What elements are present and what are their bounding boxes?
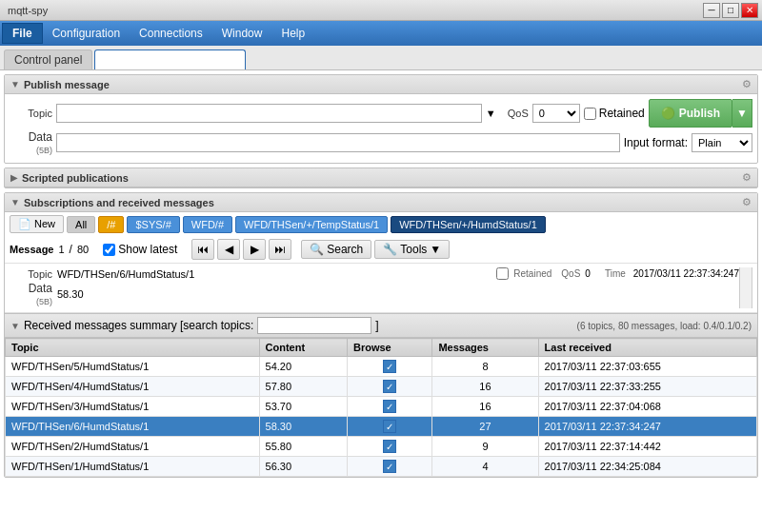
tab-new[interactable]: 📄 New bbox=[10, 215, 64, 233]
search-button[interactable]: 🔍 Search bbox=[301, 240, 371, 259]
col-topic: Topic bbox=[6, 339, 260, 357]
detail-data-value: 58.30 bbox=[57, 288, 739, 300]
table-row[interactable]: WFD/THSen/4/HumdStatus/157.80✓162017/03/… bbox=[6, 377, 757, 397]
topic-label: Topic bbox=[10, 108, 52, 119]
detail-retained-label: Retained bbox=[513, 268, 551, 279]
tab-hash[interactable]: /# bbox=[98, 216, 124, 233]
topic-tabs-bar: 📄 New All /# $SYS/# WFD/# WFD/THSen/+/Te… bbox=[5, 212, 757, 236]
detail-qos-label: QoS bbox=[561, 268, 580, 279]
collapse-arrow-scripted: ▶ bbox=[10, 172, 18, 183]
summary-info: (6 topics, 80 messages, load: 0.4/0.1/0.… bbox=[577, 321, 752, 331]
nav-next-button[interactable]: ▶ bbox=[243, 239, 266, 260]
cell-messages: 27 bbox=[432, 417, 538, 437]
col-messages: Messages bbox=[432, 339, 538, 357]
publish-message-header[interactable]: ▼ Publish message ⚙ bbox=[5, 75, 757, 94]
detail-qos-value: 0 bbox=[585, 268, 591, 279]
menu-help[interactable]: Help bbox=[271, 24, 314, 43]
menu-configuration[interactable]: Configuration bbox=[43, 24, 130, 43]
scripted-header[interactable]: ▶ Scripted publications ⚙ bbox=[5, 168, 757, 187]
data-label-pub: Data (5B) bbox=[10, 130, 52, 155]
message-detail: Topic WFD/THSen/6/HumdStatus/1 Retained … bbox=[5, 264, 757, 313]
data-input[interactable] bbox=[56, 133, 620, 152]
publish-message-section: ▼ Publish message ⚙ Topic ▼ QoS 0 1 2 Re… bbox=[4, 74, 758, 164]
message-number: 1 bbox=[58, 244, 64, 255]
browse-checkbox[interactable]: ✓ bbox=[383, 400, 396, 413]
table-row[interactable]: WFD/THSen/1/HumdStatus/156.30✓42017/03/1… bbox=[6, 457, 757, 477]
summary-search-input[interactable] bbox=[257, 317, 371, 334]
menu-connections[interactable]: Connections bbox=[130, 24, 212, 43]
minimize-button[interactable]: ─ bbox=[703, 3, 720, 18]
publish-button[interactable]: 🟢 Publish bbox=[649, 99, 732, 128]
retained-checkbox[interactable] bbox=[584, 108, 596, 120]
title-bar: mqtt-spy ─ □ ✕ bbox=[0, 0, 762, 21]
tab-wfd-temp[interactable]: WFD/THSen/+/TempStatus/1 bbox=[235, 216, 388, 233]
browse-checkbox[interactable]: ✓ bbox=[383, 420, 396, 433]
summary-table-body: WFD/THSen/5/HumdStatus/154.20✓82017/03/1… bbox=[6, 357, 757, 477]
topic-input[interactable] bbox=[56, 104, 482, 123]
binoculars-icon: 🔍 bbox=[310, 243, 324, 256]
nav-prev-button[interactable]: ◀ bbox=[217, 239, 240, 260]
settings-icon-scripted: ⚙ bbox=[742, 171, 752, 184]
cell-last-received: 2017/03/11 22:37:34:247 bbox=[538, 417, 756, 437]
subscriptions-header[interactable]: ▼ Subscriptions and received messages ⚙ bbox=[5, 193, 757, 212]
cell-topic: WFD/THSen/1/HumdStatus/1 bbox=[6, 457, 260, 477]
tab-control-panel[interactable]: Control panel bbox=[4, 49, 92, 69]
summary-header: ▼ Received messages summary [search topi… bbox=[5, 314, 757, 338]
topic-dropdown-btn[interactable]: ▼ bbox=[486, 108, 496, 119]
publish-message-body: Topic ▼ QoS 0 1 2 Retained 🟢 Publish bbox=[5, 94, 757, 163]
app-title: mqtt-spy bbox=[8, 5, 48, 16]
cell-last-received: 2017/03/11 22:34:25:084 bbox=[538, 457, 756, 477]
maximize-button[interactable]: □ bbox=[722, 3, 739, 18]
menu-file[interactable]: File bbox=[2, 23, 43, 44]
menu-window[interactable]: Window bbox=[212, 24, 272, 43]
cell-last-received: 2017/03/11 22:37:04:068 bbox=[538, 397, 756, 417]
tab-wfd[interactable]: WFD/# bbox=[183, 216, 232, 233]
message-label: Message bbox=[10, 244, 53, 255]
table-row[interactable]: WFD/THSen/6/HumdStatus/158.30✓272017/03/… bbox=[6, 417, 757, 437]
qos-label: QoS bbox=[500, 108, 529, 119]
msg-scrollbar[interactable] bbox=[739, 267, 752, 308]
tools-button[interactable]: 🔧 Tools ▼ bbox=[374, 240, 450, 259]
cell-messages: 16 bbox=[432, 377, 538, 397]
cell-messages: 16 bbox=[432, 397, 538, 417]
summary-close-bracket: ] bbox=[375, 319, 378, 332]
collapse-arrow-publish: ▼ bbox=[10, 79, 20, 89]
close-button[interactable]: ✕ bbox=[741, 3, 758, 18]
cell-content: 55.80 bbox=[259, 437, 347, 457]
nav-first-button[interactable]: ⏮ bbox=[191, 239, 214, 260]
detail-data-label: Data (5B) bbox=[10, 282, 52, 306]
table-row[interactable]: WFD/THSen/2/HumdStatus/155.80✓92017/03/1… bbox=[6, 437, 757, 457]
summary-table: Topic Content Browse Messages Last recei… bbox=[5, 338, 757, 477]
data-row: Data (5B) Input format: Plain Base64 Hex bbox=[10, 130, 752, 155]
summary-title: Received messages summary [search topics… bbox=[24, 319, 253, 332]
cell-messages: 8 bbox=[432, 357, 538, 377]
show-latest-checkbox[interactable] bbox=[103, 244, 115, 256]
summary-table-header-row: Topic Content Browse Messages Last recei… bbox=[6, 339, 757, 357]
tab-connection[interactable]: Win71@MQTTSVR.local bbox=[94, 49, 245, 69]
show-latest-label: Show latest bbox=[118, 243, 177, 256]
data-sub-label-pub: (5B) bbox=[36, 146, 52, 155]
detail-retained-checkbox[interactable] bbox=[496, 267, 509, 280]
cell-topic: WFD/THSen/3/HumdStatus/1 bbox=[6, 397, 260, 417]
cell-browse: ✓ bbox=[348, 397, 432, 417]
publish-dropdown-button[interactable]: ▼ bbox=[732, 99, 752, 128]
cell-last-received: 2017/03/11 22:37:14:442 bbox=[538, 437, 756, 457]
input-format-select[interactable]: Plain Base64 Hex bbox=[692, 133, 752, 152]
tab-wfd-hum[interactable]: WFD/THSen/+/HumdStatus/1 bbox=[391, 216, 546, 233]
message-separator: / bbox=[70, 243, 72, 256]
tools-dropdown-arrow: ▼ bbox=[430, 243, 441, 256]
nav-buttons: ⏮ ◀ ▶ ⏭ bbox=[191, 239, 291, 260]
browse-checkbox[interactable]: ✓ bbox=[383, 380, 396, 393]
publish-icon: 🟢 bbox=[661, 107, 675, 120]
tab-sys[interactable]: $SYS/# bbox=[127, 216, 179, 233]
table-row[interactable]: WFD/THSen/5/HumdStatus/154.20✓82017/03/1… bbox=[6, 357, 757, 377]
browse-checkbox[interactable]: ✓ bbox=[383, 360, 396, 373]
qos-select[interactable]: 0 1 2 bbox=[532, 104, 580, 123]
nav-last-button[interactable]: ⏭ bbox=[269, 239, 291, 260]
table-row[interactable]: WFD/THSen/3/HumdStatus/153.70✓162017/03/… bbox=[6, 397, 757, 417]
tab-all[interactable]: All bbox=[67, 216, 95, 233]
detail-topic-label: Topic bbox=[10, 268, 52, 280]
col-last-received: Last received bbox=[538, 339, 756, 357]
browse-checkbox[interactable]: ✓ bbox=[383, 440, 396, 453]
browse-checkbox[interactable]: ✓ bbox=[383, 460, 396, 473]
